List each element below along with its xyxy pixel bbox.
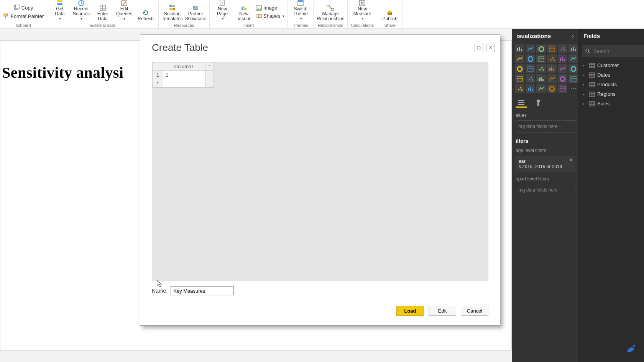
report-filters-drop-area[interactable]: rag data fields here bbox=[515, 184, 575, 196]
viz-tile-table[interactable] bbox=[536, 54, 546, 63]
viz-tile-slicer[interactable] bbox=[515, 74, 524, 83]
viz-tile-r[interactable] bbox=[558, 64, 567, 73]
format-tab-icon[interactable] bbox=[532, 98, 544, 108]
viz-tile-gauge[interactable] bbox=[547, 64, 557, 73]
viz-tile-arcgis[interactable] bbox=[558, 74, 567, 83]
grid-cell[interactable]: 1 bbox=[163, 71, 205, 79]
svg-point-75 bbox=[560, 77, 565, 81]
viz-tile-matrix[interactable] bbox=[547, 54, 557, 63]
viz-tile-treemap[interactable] bbox=[526, 64, 535, 73]
viz-tile-ribbon[interactable] bbox=[536, 74, 546, 83]
svg-rect-21 bbox=[242, 7, 243, 10]
dialog-grid-area[interactable]: Column1 * 1 1 * bbox=[152, 62, 488, 281]
viz-tile-col[interactable] bbox=[526, 44, 535, 53]
viz-tile-stack[interactable] bbox=[536, 44, 546, 53]
close-icon[interactable]: ✕ bbox=[486, 44, 495, 52]
filters-heading: ilters bbox=[512, 134, 578, 146]
svg-point-60 bbox=[539, 69, 541, 70]
viz-tile-tile25[interactable] bbox=[526, 84, 535, 93]
viz-tile-kpi[interactable] bbox=[568, 54, 578, 63]
viz-tile-tile28[interactable] bbox=[558, 84, 567, 93]
manage-relationships-button[interactable]: Manage Relationships bbox=[317, 2, 344, 21]
collapse-viz-icon[interactable]: › bbox=[572, 33, 574, 39]
refresh-button[interactable]: Refresh bbox=[136, 2, 155, 21]
svg-rect-65 bbox=[553, 69, 554, 71]
image-button[interactable]: Image bbox=[256, 5, 284, 11]
new-measure-button[interactable]: fx New Measure bbox=[353, 2, 372, 21]
partner-showcase-button[interactable]: Partner Showcase bbox=[185, 2, 206, 21]
svg-rect-29 bbox=[298, 0, 303, 2]
load-button[interactable]: Load bbox=[396, 306, 424, 316]
add-row[interactable]: * bbox=[153, 79, 214, 88]
values-drop-area[interactable]: rag data fields here bbox=[515, 120, 575, 133]
table-row[interactable]: 1 1 bbox=[153, 71, 214, 79]
viz-tile-py[interactable] bbox=[568, 64, 578, 73]
viz-tile-pie[interactable] bbox=[568, 44, 578, 53]
svg-rect-58 bbox=[528, 67, 533, 71]
add-column-button[interactable]: * bbox=[205, 62, 214, 71]
viz-tile-waterfall[interactable] bbox=[547, 74, 557, 83]
viz-tile-scatter[interactable] bbox=[515, 64, 524, 73]
new-page-button[interactable]: + New Page bbox=[213, 2, 232, 21]
field-table-sales[interactable]: ▸Sales bbox=[579, 99, 644, 108]
svg-rect-1 bbox=[16, 5, 19, 9]
fields-tab-icon[interactable] bbox=[516, 98, 527, 108]
viz-tile-funnel[interactable] bbox=[536, 64, 546, 73]
copy-button[interactable]: Copy bbox=[14, 5, 33, 11]
viz-tile-bar[interactable] bbox=[515, 44, 524, 53]
field-table-regions[interactable]: ▸Regions bbox=[579, 89, 644, 99]
field-table-dates[interactable]: ▸Dates bbox=[579, 70, 644, 80]
svg-rect-114 bbox=[589, 102, 595, 106]
maximize-icon[interactable]: ▢ bbox=[475, 44, 483, 52]
viz-tile-tile24[interactable] bbox=[515, 84, 524, 93]
svg-text:+: + bbox=[221, 0, 223, 5]
fields-search[interactable] bbox=[582, 45, 644, 57]
recent-sources-button[interactable]: Recent Sources bbox=[72, 2, 91, 21]
format-painter-button[interactable]: Format Painter bbox=[3, 13, 44, 19]
clipboard-group-label: lipboard bbox=[16, 23, 31, 28]
data-entry-grid[interactable]: Column1 * 1 1 * bbox=[152, 62, 214, 88]
search-input[interactable] bbox=[593, 48, 644, 54]
viz-tile-combo[interactable] bbox=[526, 74, 535, 83]
svg-rect-2 bbox=[4, 14, 8, 16]
svg-rect-23 bbox=[245, 8, 246, 10]
viz-tile-tile26[interactable] bbox=[536, 84, 546, 93]
shapes-button[interactable]: Shapes bbox=[256, 13, 284, 19]
viz-tile-card[interactable] bbox=[558, 54, 567, 63]
table-icon bbox=[589, 92, 595, 97]
svg-rect-73 bbox=[540, 77, 542, 81]
viz-tile-tile27[interactable] bbox=[547, 84, 557, 93]
get-data-button[interactable]: Get Data bbox=[50, 2, 69, 21]
column-header-1[interactable]: Column1 bbox=[163, 62, 205, 71]
viz-tile-map[interactable] bbox=[526, 54, 535, 63]
publish-button[interactable]: Publish bbox=[380, 2, 399, 21]
table-icon bbox=[589, 82, 595, 87]
switch-theme-button[interactable]: Switch Theme bbox=[291, 2, 310, 21]
viz-tile-globe[interactable] bbox=[568, 74, 578, 83]
svg-point-78 bbox=[518, 89, 519, 90]
edit-button[interactable]: Edit bbox=[429, 306, 456, 316]
svg-rect-15 bbox=[172, 8, 175, 10]
enter-data-button[interactable]: Enter Data bbox=[93, 2, 112, 21]
new-visual-button[interactable]: New Visual bbox=[234, 2, 253, 21]
svg-rect-4 bbox=[57, 0, 62, 2]
table-name-input[interactable] bbox=[171, 286, 234, 295]
visualizations-title: isualizations bbox=[516, 33, 551, 39]
svg-rect-40 bbox=[549, 47, 555, 51]
svg-rect-99 bbox=[589, 73, 595, 77]
remove-filter-icon[interactable]: ✕ bbox=[569, 157, 573, 163]
svg-point-80 bbox=[521, 89, 522, 91]
solution-templates-button[interactable]: Solution Templates bbox=[162, 2, 183, 21]
viz-tile-line[interactable] bbox=[547, 44, 557, 53]
table-icon bbox=[589, 72, 595, 78]
edit-queries-button[interactable]: Edit Queries bbox=[115, 2, 134, 21]
cancel-button[interactable]: Cancel bbox=[461, 306, 488, 316]
svg-point-43 bbox=[563, 47, 564, 49]
filter-card-year[interactable]: ✕ ear s 2015, 2016 or 2014 bbox=[515, 156, 575, 172]
viz-tile-area[interactable] bbox=[558, 44, 567, 53]
field-table-customer[interactable]: ▸Customer bbox=[579, 61, 644, 70]
viz-tile-tile29[interactable]: ⋯ bbox=[568, 84, 578, 93]
field-table-products[interactable]: ▸Products bbox=[579, 80, 644, 89]
viz-tile-donut[interactable] bbox=[515, 54, 524, 63]
svg-point-42 bbox=[561, 49, 562, 51]
